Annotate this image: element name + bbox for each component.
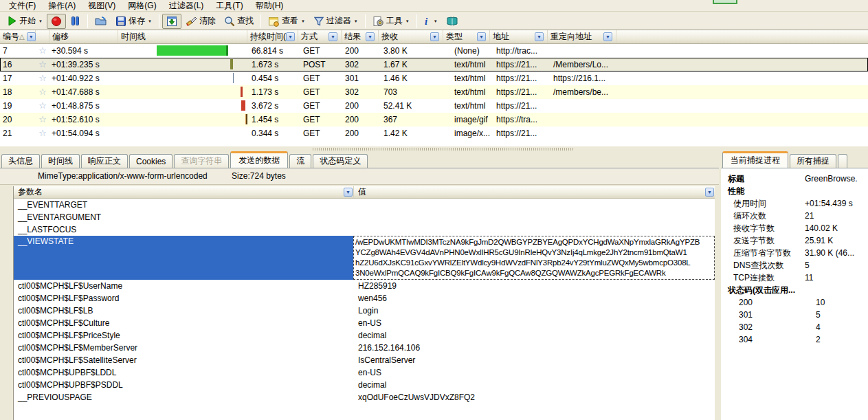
autoscroll-button[interactable] [162,14,181,29]
tab-timeline[interactable]: 时间线 [41,154,80,168]
filter-dropdown-button[interactable]: ▼ [329,32,337,41]
record-button[interactable] [47,14,66,29]
menu-item[interactable]: 过滤器(L) [163,0,210,12]
request-row[interactable]: 18☆+01:47.688 s1.173 sGET302703text/html… [0,85,868,99]
column-header-number[interactable]: 编号 △ ▼ [0,30,36,43]
info-button[interactable]: i ▼ [420,14,442,29]
find-label: 查找 [237,15,254,27]
tools-button[interactable]: 工具 ▼ [368,14,414,29]
tab-current-process[interactable]: 当前捕捉进程 [722,151,788,168]
param-row[interactable]: __EVENTTARGET [14,199,715,211]
param-value-box[interactable]: /wEPDwUKMTIwMDI3MTczNA9kFgJmD2QWBGYPZBYE… [353,236,715,280]
filter-dropdown-button[interactable]: ▼ [430,32,439,41]
param-row[interactable]: ctl00$MCPH$LF$PriceStyledecimal [14,329,715,342]
param-row[interactable]: ctl00$MCPH$LF$SatelliteServerIsCentralSe… [14,354,715,366]
param-name: __EVENTARGUMENT [14,211,354,223]
param-row[interactable]: ctl00$MCPH$UPBF$PSDDLdecimal [14,379,715,391]
filter-dropdown-button[interactable]: ▼ [366,32,375,41]
request-redirect-url [548,44,616,58]
tab-status-codes[interactable]: 状态码定义 [313,154,368,168]
tab-post-data[interactable]: 发送的数据 [230,151,288,168]
save-button[interactable]: 保存 ▼ [111,14,156,29]
column-header-star[interactable] [36,30,49,43]
tab-fragment[interactable] [838,154,847,168]
column-header-received[interactable]: 接收▼ [379,30,443,43]
favorite-star-icon[interactable]: ☆ [36,58,49,71]
favorite-star-icon[interactable]: ☆ [36,85,49,99]
timeline-cell [118,113,247,126]
help-button[interactable] [442,14,463,29]
filter-dropdown-button[interactable]: ▼ [535,32,544,41]
column-header-method[interactable]: 方式▼ [298,30,342,43]
filter-dropdown-button[interactable]: ▼ [705,188,714,197]
param-value: en-US [354,317,715,329]
param-row[interactable]: ctl00$MCPH$LF$Passwordwen456 [14,292,715,305]
filter-button[interactable]: 过滤器 ▼ [309,14,362,29]
favorite-star-icon[interactable]: ☆ [36,126,49,140]
menu-item[interactable]: 网格(G) [122,0,162,12]
filter-dropdown-button[interactable]: ▼ [603,32,612,41]
column-header-param-name[interactable]: 参数名 ▼ [14,186,354,198]
request-url[interactable]: https://21... [490,71,548,85]
filter-dropdown-button[interactable]: ▼ [286,32,295,41]
timeline-cell [118,99,247,113]
clear-button[interactable]: 清除 [181,14,220,29]
column-header-timeline[interactable]: 时间线 [118,30,247,43]
pause-button[interactable] [66,14,85,29]
tab-cookies[interactable]: Cookies [129,154,173,168]
menu-item[interactable]: 文件(F) [3,0,42,12]
column-header-result[interactable]: 结果▼ [342,30,379,43]
menu-item[interactable]: 视图(V) [82,0,122,12]
param-row[interactable]: ctl00$MCPH$LF$MemberServer216.152.164.10… [14,342,715,354]
favorite-star-icon[interactable]: ☆ [36,113,49,126]
request-row[interactable]: 21☆+01:54.094 s0.344 sGET2001.42 Kimage/… [0,126,868,140]
menu-item[interactable]: 工具(T) [210,0,249,12]
param-row[interactable]: __PREVIOUSPAGExqOdUFoeCzUwsVJDVxZ8FQ2 [14,391,715,404]
request-row[interactable]: 7☆+30.594 s66.814 sGET2003.80 K(None)htt… [0,44,868,58]
request-url[interactable]: https://21... [490,58,548,71]
splitter-grip-icon [313,148,574,151]
capture-highlight-fragment [713,0,737,4]
param-row[interactable]: ctl00$MCPH$UPBF$LDDLen-US [14,366,715,379]
tab-query-string[interactable]: 查询字符串 [174,154,229,168]
request-row[interactable]: 20☆+01:52.610 s1.454 sGET200367image/gif… [0,113,868,126]
column-header-param-value[interactable]: 值 ▼ [354,186,715,198]
tab-all-captures[interactable]: 所有捕捉 [790,154,836,168]
request-url[interactable]: https://21... [490,85,548,99]
find-button[interactable]: 查找 [220,14,258,29]
tab-response-body[interactable]: 响应正文 [81,154,128,168]
menu-item[interactable]: 操作(A) [42,0,82,12]
start-button[interactable]: 开始 ▼ [3,14,47,29]
column-header-offset[interactable]: 偏移 [49,30,118,43]
tab-header-info[interactable]: 头信息 [1,154,40,168]
param-row[interactable]: __LASTFOCUS [14,223,715,236]
request-row[interactable]: 17☆+01:40.922 s0.454 sGET3011.46 Ktext/h… [0,71,868,85]
open-button[interactable] [91,14,111,29]
horizontal-splitter[interactable] [0,146,868,151]
param-row[interactable]: __EVENTARGUMENT [14,211,715,223]
filter-dropdown-button[interactable]: ▼ [27,32,36,41]
column-header-type[interactable]: 类型▼ [443,30,490,43]
param-row[interactable]: ctl00$MCPH$LF$Cultureen-US [14,317,715,329]
favorite-star-icon[interactable]: ☆ [36,71,49,85]
view-button[interactable]: 查看 ▼ [264,14,309,29]
request-row[interactable]: 16☆+01:39.235 s1.673 sPOST3021.67 Ktext/… [0,58,868,71]
param-row[interactable]: ctl00$MCPH$LF$LBLogin [14,305,715,317]
param-row[interactable]: ctl00$MCPH$LF$UserNameHZ285919 [14,280,715,292]
favorite-star-icon[interactable]: ☆ [36,44,49,58]
tab-stream[interactable]: 流 [289,154,311,168]
param-row-viewstate[interactable]: __VIEWSTATE/wEPDwUKMTIwMDI3MTczNA9kFgJmD… [14,236,715,280]
request-url[interactable]: http://trac... [490,44,548,58]
request-url[interactable]: https://tra... [490,113,548,126]
request-url[interactable]: https://21... [490,99,548,113]
request-row[interactable]: 19☆+01:48.875 s3.672 sGET20052.41 Ktext/… [0,99,868,113]
column-header-url[interactable]: 地址▼ [490,30,548,43]
request-number: 20 [0,113,36,126]
favorite-star-icon[interactable]: ☆ [36,99,49,113]
column-header-redirect[interactable]: 重定向地址▼ [548,30,616,43]
request-url[interactable]: https://21... [490,126,548,140]
filter-dropdown-button[interactable]: ▼ [344,188,353,197]
column-header-duration[interactable]: 持续时间(▼ [247,30,298,43]
menu-item[interactable]: 帮助(H) [249,0,290,12]
filter-dropdown-button[interactable]: ▼ [477,32,486,41]
